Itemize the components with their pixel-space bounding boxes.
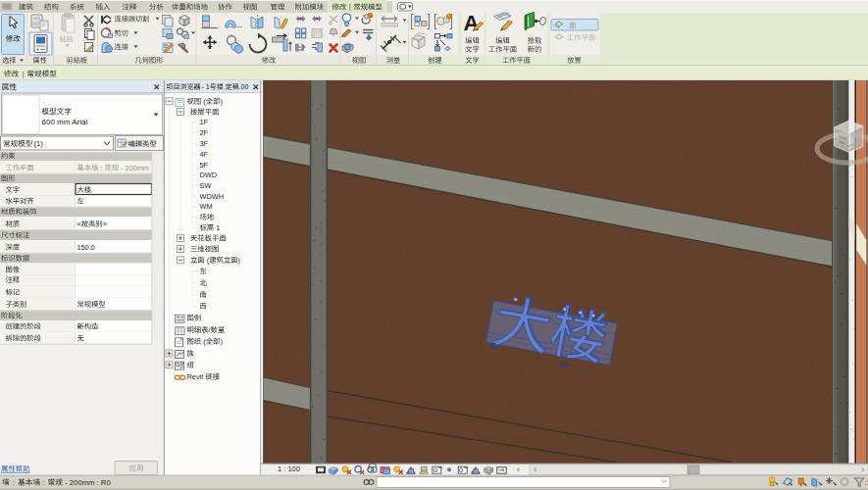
svg-text::: : [40,478,46,487]
svg-text:- 1: - 1 [202,83,210,90]
svg-text:(1): (1) [33,139,43,148]
svg-text:5F: 5F [200,161,209,170]
svg-text::: : [11,478,17,487]
svg-text:DWD: DWD [200,171,218,179]
svg-text:|: | [349,2,351,11]
svg-text:): ) [220,337,222,346]
svg-text:Revit: Revit [187,372,206,381]
svg-text:>: > [103,220,107,228]
svg-text:150.0: 150.0 [77,243,95,252]
svg-text::: : [98,164,104,172]
svg-text:.00: .00 [239,83,249,90]
svg-text:WM: WM [200,202,213,211]
svg-text:600 mm Arial: 600 mm Arial [42,118,88,126]
svg-text:1: 1 [214,223,220,232]
svg-text:- 200mm : R0: - 200mm : R0 [63,478,111,487]
svg-text::1: :1 [865,478,868,487]
svg-text:): ) [238,256,240,265]
svg-text:4F: 4F [200,150,209,159]
svg-text:2F: 2F [200,128,209,137]
svg-text:3F: 3F [200,139,209,148]
svg-text:): ) [220,97,222,106]
svg-text:|: | [23,70,25,78]
svg-text:WDWH: WDWH [200,192,224,201]
svg-text:(: ( [205,256,210,265]
svg-text:1 : 100: 1 : 100 [278,465,300,473]
svg-text:SW: SW [200,181,212,190]
svg-text:1F: 1F [200,118,209,126]
svg-text:A: A [464,11,480,35]
svg-text:(: ( [201,337,206,346]
svg-text:(: ( [201,97,206,106]
svg-text:<: < [77,220,81,228]
svg-text:- 200mm: - 200mm [119,164,149,172]
svg-text:‹: ‹ [517,465,520,474]
